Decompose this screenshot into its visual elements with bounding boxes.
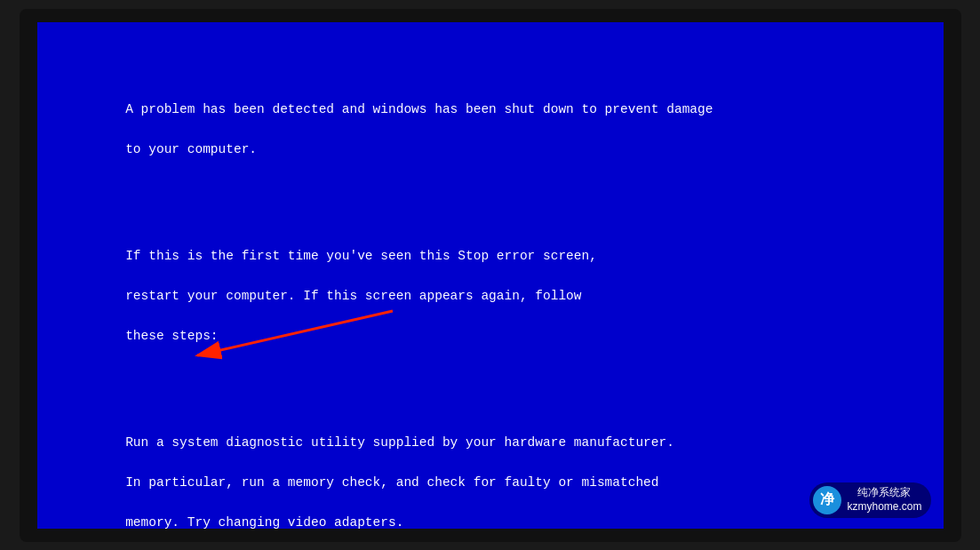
watermark-icon: 净 <box>813 486 841 514</box>
line4: restart your computer. If this screen ap… <box>125 289 581 303</box>
line6: Run a system diagnostic utility supplied… <box>125 435 674 450</box>
watermark-line2: kzmyhome.com <box>847 500 921 514</box>
watermark-line1: 纯净系统家 <box>847 486 921 500</box>
bsod-screen: A problem has been detected and windows … <box>37 22 944 529</box>
line1: A problem has been detected and windows … <box>125 102 713 116</box>
line8: memory. Try changing video adapters. <box>125 515 403 528</box>
bsod-content: A problem has been detected and windows … <box>64 40 917 511</box>
watermark-text: 纯净系统家 kzmyhome.com <box>847 486 921 514</box>
paragraph-3: Run a system diagnostic utility supplied… <box>64 413 917 529</box>
watermark: 净 纯净系统家 kzmyhome.com <box>809 482 930 518</box>
paragraph-1: A problem has been detected and windows … <box>64 79 917 179</box>
line5: these steps: <box>125 329 218 343</box>
monitor: A problem has been detected and windows … <box>20 9 961 542</box>
line3: If this is the first time you've seen th… <box>125 249 597 263</box>
paragraph-2: If this is the first time you've seen th… <box>64 227 917 366</box>
line7: In particular, run a memory check, and c… <box>125 475 658 490</box>
watermark-icon-text: 净 <box>820 490 834 509</box>
line2: to your computer. <box>125 142 257 156</box>
